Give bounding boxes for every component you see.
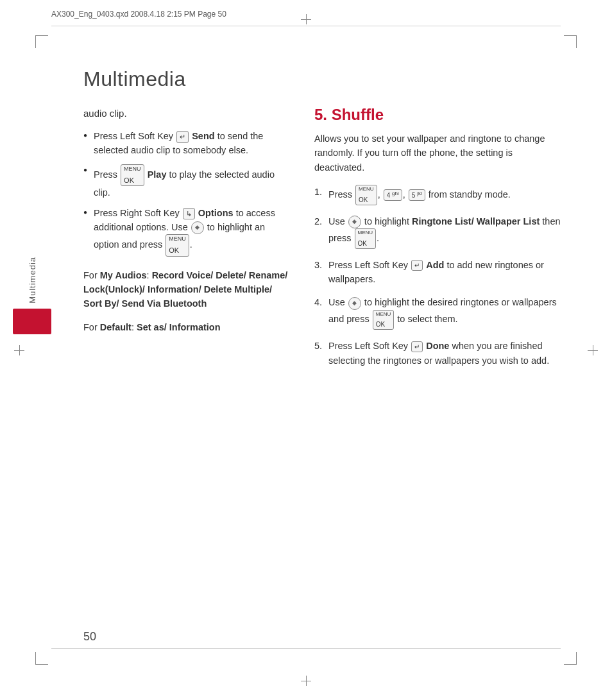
step-2-text: Use to highlight Ringtone List/ Wallpape…	[328, 216, 561, 243]
for-my-audios: For My Audios: Record Voice/ Delete/ Ren…	[83, 268, 289, 311]
section-title: 5. Shuffle	[314, 106, 561, 124]
step-1: 1. Press MENUOK, 4 ghi, 5 jkl from stand…	[314, 185, 561, 205]
bullet-2-text: Press MENUOK Play to play the selected a…	[94, 169, 275, 198]
intro-text: audio clip.	[83, 106, 289, 121]
menu-ok-key-s1: MENUOK	[355, 185, 377, 205]
corner-mark-tr	[564, 35, 577, 48]
for-default: For Default: Set as/ Information	[83, 320, 289, 334]
step-4-num: 4.	[314, 295, 322, 309]
cross-right	[588, 345, 598, 355]
steps-list: 1. Press MENUOK, 4 ghi, 5 jkl from stand…	[314, 185, 561, 368]
step-5-num: 5.	[314, 339, 322, 353]
step-2-num: 2.	[314, 214, 322, 228]
sidebar-label: Multimedia	[28, 257, 37, 303]
bullet-1-text: Press Left Soft Key ↵ Send to send the s…	[94, 131, 263, 155]
bullet-item-2: Press MENUOK Play to play the selected a…	[83, 164, 289, 200]
menu-ok-key-s2: MENUOK	[355, 228, 377, 248]
corner-mark-tl	[35, 35, 48, 48]
for-my-audios-text: For My Audios: Record Voice/ Delete/ Ren…	[83, 270, 287, 309]
step-1-num: 1.	[314, 185, 322, 199]
section-name: Shuffle	[332, 106, 384, 123]
cross-left	[14, 345, 24, 355]
step-3-text: Press Left Soft Key ↵ Add to add new rin…	[328, 260, 544, 284]
header-bar: AX300_Eng_0403.qxd 2008.4.18 2:15 PM Pag…	[51, 10, 561, 19]
bullet-list: Press Left Soft Key ↵ Send to send the s…	[83, 130, 289, 256]
bullet-item-1: Press Left Soft Key ↵ Send to send the s…	[83, 130, 289, 158]
nav-key-1	[191, 221, 204, 234]
menu-ok-key-s4: MENUOK	[373, 310, 395, 330]
right-soft-key-icon: ↳	[183, 208, 195, 219]
step-5: 5. Press Left Soft Key ↵ Done when you a…	[314, 339, 561, 368]
left-column: audio clip. Press Left Soft Key ↵ Send t…	[83, 106, 289, 343]
nav-key-2	[348, 216, 361, 228]
page-title: Multimedia	[83, 67, 186, 91]
left-soft-key-icon-1: ↵	[176, 131, 189, 142]
section-number: 5.	[314, 106, 332, 123]
footer-line	[51, 648, 561, 649]
cross-bottom	[301, 676, 311, 686]
corner-mark-br	[564, 652, 577, 665]
step-1-text: Press MENUOK, 4 ghi, 5 jkl from standby …	[328, 189, 511, 200]
section-intro: Allows you to set your wallpaper and rin…	[314, 132, 561, 175]
header-text: AX300_Eng_0403.qxd 2008.4.18 2:15 PM Pag…	[51, 10, 226, 19]
header-line	[51, 26, 561, 26]
step-4: 4. Use to highlight the desired ringtone…	[314, 295, 561, 330]
step-3-num: 3.	[314, 258, 322, 272]
key-4-ghi: 4 ghi	[384, 189, 402, 201]
bullet-3-text: Press Right Soft Key ↳ Options to access…	[94, 208, 275, 250]
step-5-text: Press Left Soft Key ↵ Done when you are …	[328, 341, 549, 365]
corner-mark-bl	[35, 652, 48, 665]
key-5-jkl: 5 jkl	[409, 189, 425, 201]
for-default-text: For Default: Set as/ Information	[83, 322, 221, 332]
nav-key-3	[348, 297, 361, 310]
sidebar-accent-bar	[13, 309, 51, 334]
sidebar: Multimedia	[0, 257, 64, 334]
menu-ok-key-2: MENUOK	[166, 234, 189, 256]
step-3: 3. Press Left Soft Key ↵ Add to add new …	[314, 258, 561, 287]
right-column: 5. Shuffle Allows you to set your wallpa…	[314, 106, 561, 377]
left-soft-key-s3: ↵	[411, 260, 423, 271]
step-4-text: Use to highlight the desired ringtones o…	[328, 297, 557, 324]
bullet-item-3: Press Right Soft Key ↳ Options to access…	[83, 207, 289, 257]
content-area: audio clip. Press Left Soft Key ↵ Send t…	[83, 106, 561, 636]
menu-ok-key-1: MENUOK	[121, 164, 144, 186]
left-soft-key-s5: ↵	[411, 341, 423, 352]
step-2: 2. Use to highlight Ringtone List/ Wallp…	[314, 214, 561, 249]
